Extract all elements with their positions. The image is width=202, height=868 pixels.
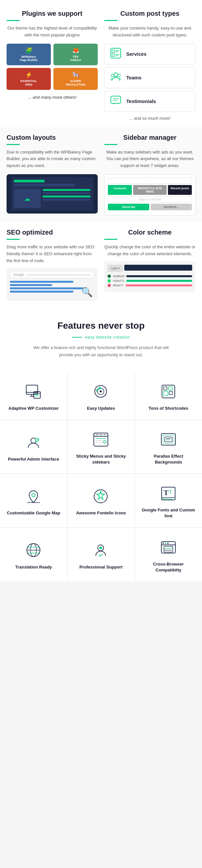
custom-layouts-divider [6, 144, 20, 145]
seo-line-4 [10, 291, 73, 292]
sidebar-btn-about[interactable]: About Me [108, 204, 149, 210]
color-scheme-title: Color scheme [104, 229, 196, 236]
svg-point-44 [32, 493, 35, 497]
features-main-title: Features never stop [6, 320, 196, 331]
mid-section: Custom layouts Due to compatibility with… [0, 127, 202, 222]
post-type-list: Services Teams [104, 43, 196, 112]
layout-bar-green [14, 180, 44, 182]
layout-sidebar: ☁ [14, 189, 41, 208]
plugin-badge-trx: 🦊 TRXAddons [54, 43, 98, 66]
svg-rect-10 [111, 96, 121, 103]
browser-icon [159, 538, 178, 557]
svg-rect-66 [164, 546, 173, 552]
sidebar-dotted-add: ADD A CUSTOM [108, 196, 192, 203]
map-icon [24, 487, 43, 506]
custom-layouts-description: Due to compatibility with the WPBakery P… [6, 149, 98, 169]
search-magnifier-icon: 🔍 [81, 287, 93, 298]
customizer-icon [24, 382, 43, 402]
color-strip-2 [126, 280, 192, 282]
feature-label-map: Customizable Google Map [7, 510, 60, 516]
sidebar-row-1: Contents WIDGETS & SITE WIDE Recent post… [108, 185, 192, 195]
plugins-section: Plugins we support Our theme has the hig… [6, 10, 98, 121]
admin-icon [24, 433, 43, 453]
plugins-description: Our theme has the highest level of compa… [6, 25, 98, 39]
color-strip-3 [126, 284, 192, 286]
essential-icon: ⚡ [25, 71, 32, 79]
feature-label-admin: Powerful Admin Interface [8, 456, 59, 462]
feature-shortcodes: Tons of Shortcodes [135, 372, 202, 420]
slider-label: SLIDERREVOLUTION [66, 80, 85, 87]
color-scheme-divider [104, 239, 117, 240]
feature-sticky: Sticky Menus and Sticky sidebars [68, 420, 135, 473]
color-swatch-row-1: #0d6b38 [107, 275, 192, 278]
layout-content-bar-1 [43, 189, 91, 191]
sidebar-manager-title: Sidebar manager [104, 134, 196, 142]
color-scheme-section: Color scheme Quickly change the color of… [104, 229, 196, 301]
custom-layouts-preview: ☁ [6, 174, 98, 214]
seo-line-1 [10, 281, 73, 283]
custom-layouts-section: Custom layouts Due to compatibility with… [6, 134, 98, 216]
feature-admin: Powerful Admin Interface [0, 420, 67, 473]
plugin-badge-essential: ⚡ ESSENTIALGRID [6, 68, 51, 90]
layout-content-bar-2 [43, 192, 91, 194]
parallax-icon [159, 430, 178, 450]
svg-rect-31 [94, 433, 108, 446]
feature-map: Customizable Google Map [0, 474, 67, 527]
google-search-bar: Google [10, 271, 95, 278]
essential-label: ESSENTIALGRID [20, 80, 37, 87]
color-dot-2 [107, 279, 111, 282]
feature-label-browser: Cross-Browser Compatibilty [140, 561, 197, 573]
sidebar-btn-widgets[interactable]: WIDGETS & SITE WIDE [133, 185, 167, 195]
color-scheme-preview: Light ▾ #0d6b38 #16e271 #f04e77 [104, 261, 196, 291]
custom-post-description: Make your contents handy, easy-to-use an… [104, 25, 196, 39]
plugin-badge-wpbakery: 🧩 WPBakeryPage Builder [6, 43, 51, 66]
svg-point-58 [99, 547, 102, 549]
seo-line-3 [10, 287, 86, 289]
custom-post-section: Custom post types Make your contents han… [104, 10, 196, 121]
layout-sidebar-icon: ☁ [24, 194, 31, 203]
sidebar-btn-google[interactable]: GOOGLE... [150, 204, 192, 210]
sidebar-manager-divider [104, 144, 117, 145]
sidebar-dotted-label: ... [108, 178, 192, 184]
feature-browser: Cross-Browser Compatibilty [135, 528, 202, 581]
svg-point-63 [167, 542, 169, 544]
feature-support: Professional Support [68, 528, 135, 581]
feature-label-translation: Translation Ready [15, 564, 52, 570]
services-icon [109, 47, 122, 61]
sidebar-btn-recent[interactable]: Recent posts [168, 185, 192, 195]
color-top-bar: Light ▾ [107, 265, 192, 272]
wpbakery-label: WPBakeryPage Builder [20, 55, 38, 62]
color-dot-1 [107, 275, 111, 278]
svg-rect-26 [168, 387, 172, 390]
layout-content [43, 189, 91, 208]
custom-post-title: Custom post types [104, 10, 196, 18]
feature-parallax: Parallax Effect Backgrounds [135, 420, 202, 473]
layout-content-bar-3 [43, 195, 91, 197]
color-strip-1 [126, 275, 192, 277]
support-icon [91, 540, 111, 560]
feature-translation: Translation Ready [0, 528, 67, 581]
page-wrapper: Plugins we support Our theme has the hig… [0, 0, 202, 581]
svg-text:T: T [169, 489, 172, 495]
feature-adaptive-wp: Adaptive WP Customizer [0, 372, 67, 420]
feature-label-updates: Easy Updates [87, 405, 115, 411]
top-section: Plugins we support Our theme has the hig… [0, 0, 202, 127]
features-subtitle-text: easy website creation [85, 335, 130, 340]
layout-content-bar-4 [43, 199, 91, 201]
svg-rect-25 [164, 387, 167, 390]
svg-rect-1 [112, 50, 115, 53]
seo-color-section: SEO optimized Drag more traffic to your … [0, 222, 202, 307]
layout-bar-wide [14, 184, 75, 186]
feature-fontello: Awesome Fontello Icons [68, 474, 135, 527]
post-type-teams: Teams [104, 67, 196, 88]
plugins-grid: 🧩 WPBakeryPage Builder 🦊 TRXAddons ⚡ ESS… [6, 43, 98, 90]
sticky-icon [91, 430, 111, 450]
sidebar-btn-contents[interactable]: Contents [108, 185, 132, 195]
services-label: Services [126, 51, 146, 57]
google-text: Google [13, 273, 24, 277]
sidebar-manager-description: Make as many sidebars with ads as you wa… [104, 149, 196, 169]
layout-body: ☁ [14, 189, 91, 208]
color-hex-3: #f04e77 [113, 284, 124, 287]
color-scheme-description: Quickly change the color of the entire w… [104, 244, 196, 257]
trx-icon: 🦊 [72, 47, 79, 54]
